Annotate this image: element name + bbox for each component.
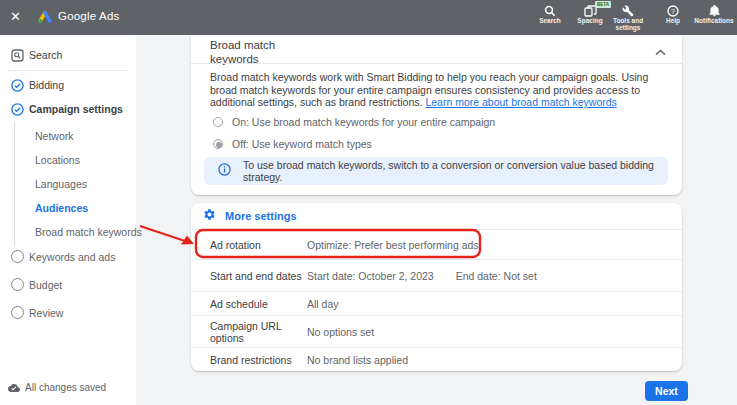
- broad-match-keywords-card: Broad match keywords Broad match keyword…: [191, 35, 682, 195]
- sidebar-search-label: Search: [29, 49, 62, 61]
- chevron-up-icon[interactable]: [655, 42, 666, 60]
- row-label: Brand restrictions: [210, 354, 307, 366]
- row-value: All day: [307, 298, 339, 310]
- learn-more-link[interactable]: Learn more about broad match keywords: [425, 96, 616, 108]
- radio-on-label: On: Use broad match keywords for your en…: [232, 116, 495, 128]
- check-circle-icon: [11, 78, 24, 91]
- wrench-icon: [604, 3, 652, 16]
- row-value-secondary: End date: Not set: [456, 270, 537, 282]
- settings-rows: Ad rotation Optimize: Prefer best perfor…: [191, 230, 682, 372]
- card-title: Broad match keywords: [210, 38, 320, 66]
- row-value: Start date: October 2, 2023: [307, 270, 434, 282]
- sidebar-item-search[interactable]: Search: [0, 48, 62, 61]
- radio-option-on[interactable]: On: Use broad match keywords for your en…: [213, 116, 495, 128]
- radio-selected-icon: [213, 139, 223, 149]
- row-start-end-dates[interactable]: Start and end dates Start date: October …: [191, 260, 682, 292]
- main-content: Broad match keywords Broad match keyword…: [136, 35, 737, 405]
- card-description: Broad match keywords work with Smart Bid…: [210, 71, 669, 109]
- save-status: All changes saved: [8, 378, 106, 396]
- nav-notifications[interactable]: Notifications: [691, 3, 737, 24]
- empty-circle-icon: [11, 306, 24, 319]
- more-settings-card: More settings Ad rotation Optimize: Pref…: [191, 203, 682, 371]
- row-value: No brand lists applied: [307, 354, 408, 366]
- sidebar-divider: [8, 70, 128, 71]
- nav-search[interactable]: Search: [532, 3, 568, 24]
- sidebar-item-bidding[interactable]: Bidding: [0, 78, 64, 91]
- next-button[interactable]: Next: [645, 381, 688, 401]
- row-campaign-url-options[interactable]: Campaign URL options No options set: [191, 316, 682, 348]
- sidebar-budget-label: Budget: [29, 279, 62, 291]
- empty-circle-icon: [11, 278, 24, 291]
- sidebar-bidding-label: Bidding: [29, 79, 64, 91]
- nav-search-label: Search: [532, 17, 568, 24]
- sidebar-item-broad-match-keywords[interactable]: Broad match keywords: [35, 226, 142, 238]
- bell-icon: [691, 3, 737, 16]
- nav-notifications-label: Notifications: [691, 17, 737, 24]
- row-label: Start and end dates: [210, 270, 307, 282]
- empty-circle-icon: [11, 250, 24, 263]
- row-ad-schedule[interactable]: Ad schedule All day: [191, 292, 682, 316]
- radio-off-label: Off: Use keyword match types: [232, 138, 372, 150]
- divider: [191, 63, 682, 64]
- sidebar-item-keywords-and-ads[interactable]: Keywords and ads: [0, 250, 115, 263]
- info-banner: To use broad match keywords, switch to a…: [204, 157, 668, 185]
- annotation-arrow-line: [140, 226, 188, 242]
- row-brand-restrictions[interactable]: Brand restrictions No brand lists applie…: [191, 348, 682, 372]
- cloud-done-icon: [8, 378, 20, 396]
- row-value: Optimize: Prefer best performing ads: [307, 239, 479, 251]
- save-status-text: All changes saved: [25, 382, 106, 393]
- nav-tools-label: Tools and settings: [604, 17, 652, 31]
- more-settings-label: More settings: [225, 210, 297, 222]
- sidebar-review-label: Review: [29, 307, 63, 319]
- row-label: Ad schedule: [210, 298, 307, 310]
- sidebar: Search Bidding Campaign settings Network…: [0, 35, 136, 405]
- row-value: No options set: [307, 326, 374, 338]
- help-icon: ?: [655, 3, 691, 16]
- nav-help-label: Help: [655, 17, 691, 24]
- info-banner-text: To use broad match keywords, switch to a…: [243, 159, 668, 183]
- sidebar-item-budget[interactable]: Budget: [0, 278, 62, 291]
- step-connector-line: [14, 121, 15, 247]
- radio-icon: [213, 117, 223, 127]
- sidebar-item-languages[interactable]: Languages: [35, 178, 87, 190]
- top-app-bar: ✕ Google Ads Search BETA Spacing Tools a…: [0, 0, 737, 35]
- sidebar-item-review[interactable]: Review: [0, 306, 63, 319]
- row-label: Campaign URL options: [210, 320, 307, 344]
- sidebar-item-locations[interactable]: Locations: [35, 154, 80, 166]
- svg-text:?: ?: [671, 8, 675, 15]
- sidebar-item-campaign-settings[interactable]: Campaign settings: [0, 102, 123, 115]
- gear-icon: [203, 207, 216, 225]
- search-box-icon: [11, 48, 24, 61]
- info-icon: [218, 162, 231, 180]
- google-ads-logo-icon: [36, 9, 53, 28]
- sidebar-item-audiences[interactable]: Audiences: [35, 202, 88, 214]
- sidebar-item-network[interactable]: Network: [35, 130, 74, 142]
- row-ad-rotation[interactable]: Ad rotation Optimize: Prefer best perfor…: [191, 230, 682, 260]
- brand-title: Google Ads: [58, 10, 119, 22]
- more-settings-header[interactable]: More settings: [191, 203, 682, 230]
- radio-option-off[interactable]: Off: Use keyword match types: [213, 138, 372, 150]
- search-icon: [532, 3, 568, 16]
- close-icon[interactable]: ✕: [10, 8, 21, 26]
- row-label: Ad rotation: [210, 239, 307, 251]
- check-circle-icon: [11, 102, 24, 115]
- nav-tools-and-settings[interactable]: Tools and settings: [604, 3, 652, 31]
- sidebar-campaign-settings-label: Campaign settings: [29, 103, 123, 115]
- sidebar-keywords-label: Keywords and ads: [29, 251, 115, 263]
- nav-help[interactable]: ? Help: [655, 3, 691, 24]
